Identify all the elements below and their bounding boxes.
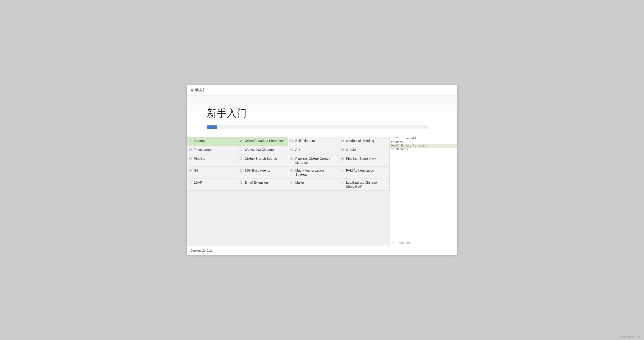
- syncing-status-icon: [188, 157, 192, 160]
- sync-icon: [341, 157, 344, 160]
- install-log-footer: ** - 需要依赖: [390, 240, 457, 246]
- syncing-status-icon: [340, 148, 344, 152]
- circle-icon: [341, 181, 344, 184]
- window-title: 新手入门: [187, 85, 457, 96]
- plugin-cell: Ant: [288, 146, 339, 155]
- sync-icon: [189, 157, 192, 160]
- body-area: FoldersOWASP Markup FormatterBuild Timeo…: [187, 137, 457, 246]
- pending-status-icon: [188, 181, 192, 184]
- plugin-name: Pipeline: [194, 156, 235, 160]
- install-log-panel: ** Ionicons APIFoldersOWASP Markup Forma…: [390, 137, 457, 246]
- version-footer: Jenkins 2.401.2: [187, 246, 457, 255]
- plugin-name: Credentials Binding: [346, 139, 387, 143]
- plugin-name: Pipeline: Stage View: [346, 156, 387, 160]
- plugin-cell: Credentials Binding: [339, 137, 390, 146]
- sync-icon: [341, 139, 344, 142]
- plugin-grid: FoldersOWASP Markup FormatterBuild Timeo…: [187, 137, 390, 246]
- sync-icon: [290, 157, 294, 160]
- plugin-name: Timestamper: [194, 148, 235, 152]
- plugin-cell: Git: [187, 167, 238, 178]
- plugin-name: Ant: [296, 148, 336, 152]
- sync-icon: [290, 139, 294, 142]
- syncing-status-icon: [290, 148, 294, 152]
- sync-icon: [189, 169, 192, 172]
- sync-icon: [239, 157, 242, 160]
- check-icon: [189, 139, 192, 142]
- plugin-name: Localization: Chinese (Simplified): [346, 180, 387, 188]
- plugin-name: Email Extension: [245, 180, 286, 184]
- syncing-status-icon: [290, 139, 294, 142]
- plugin-name: GitHub Branch Source: [245, 156, 286, 160]
- plugin-cell: Pipeline: [187, 155, 238, 167]
- syncing-status-icon: [188, 169, 192, 172]
- syncing-status-icon: [290, 157, 294, 160]
- plugin-name: PAM Authentication: [346, 168, 387, 172]
- svg-point-2: [290, 181, 293, 184]
- plugin-cell: PAM Authentication: [339, 167, 390, 178]
- log-line: Folders: [390, 140, 457, 144]
- plugin-name: LDAP: [194, 180, 235, 184]
- plugin-name: Git: [194, 168, 235, 172]
- syncing-status-icon: [340, 139, 344, 142]
- setup-wizard-window: 新手入门 新手入门 FoldersOWASP Markup FormatterB…: [187, 85, 457, 255]
- pending-status-icon: [340, 169, 344, 172]
- install-log-body: ** Ionicons APIFoldersOWASP Markup Forma…: [390, 137, 457, 240]
- check-icon: [239, 139, 242, 142]
- plugin-name: Matrix Authorization Strategy: [296, 168, 336, 176]
- syncing-status-icon: [239, 169, 243, 172]
- plugin-cell: SSH Build Agents: [238, 167, 288, 178]
- log-line: ** Structs: [390, 148, 457, 151]
- plugin-cell: Folders: [187, 137, 238, 146]
- log-line: ** Ionicons API: [390, 137, 457, 140]
- plugin-name: Folders: [194, 139, 235, 143]
- syncing-status-icon: [188, 148, 192, 152]
- syncing-status-icon: [290, 169, 294, 172]
- sync-icon: [290, 148, 294, 152]
- pending-status-icon: [340, 181, 344, 184]
- success-status-icon: [188, 139, 192, 142]
- pending-status-icon: [290, 181, 294, 184]
- sync-icon: [239, 181, 242, 184]
- page-title: 新手入门: [207, 107, 437, 120]
- sync-icon: [239, 169, 242, 172]
- plugin-cell: Matrix Authorization Strategy: [288, 167, 339, 178]
- plugin-name: Build Timeout: [296, 139, 336, 143]
- install-progressbar: [207, 125, 428, 129]
- svg-point-3: [341, 181, 344, 184]
- plugin-cell: Gradle: [339, 146, 390, 155]
- syncing-status-icon: [239, 181, 243, 184]
- plugin-cell: Email Extension: [238, 179, 288, 190]
- plugin-name: Mailer: [296, 180, 336, 184]
- watermark: CSDN @伟大的小歪: [619, 335, 641, 339]
- svg-point-1: [189, 181, 192, 184]
- sync-icon: [341, 148, 344, 152]
- install-progressbar-fill: [207, 125, 217, 128]
- sync-icon: [189, 148, 192, 152]
- plugin-name: SSH Build Agents: [245, 168, 286, 172]
- plugin-name: Workspace Cleanup: [245, 148, 286, 152]
- circle-icon: [341, 169, 344, 172]
- plugin-name: OWASP Markup Formatter: [245, 139, 286, 143]
- sync-icon: [290, 169, 294, 172]
- syncing-status-icon: [340, 157, 344, 160]
- plugin-cell: Localization: Chinese (Simplified): [339, 179, 390, 190]
- circle-icon: [290, 181, 294, 184]
- sync-icon: [239, 148, 242, 152]
- circle-icon: [189, 181, 192, 184]
- svg-point-0: [341, 169, 344, 172]
- plugin-cell: Timestamper: [187, 146, 238, 155]
- log-line: OWASP Markup Formatter: [390, 144, 457, 148]
- hero-section: 新手入门: [187, 96, 457, 137]
- plugin-name: Gradle: [346, 148, 387, 152]
- plugin-cell: Workspace Cleanup: [238, 146, 288, 155]
- plugin-name: Pipeline: GitHub Groovy Libraries: [296, 156, 336, 165]
- success-status-icon: [239, 139, 243, 142]
- plugin-cell: LDAP: [187, 179, 238, 190]
- plugin-cell: GitHub Branch Source: [238, 155, 288, 167]
- plugin-cell: Pipeline: GitHub Groovy Libraries: [288, 155, 339, 167]
- syncing-status-icon: [239, 157, 243, 160]
- syncing-status-icon: [239, 148, 243, 152]
- plugin-cell: Mailer: [288, 179, 339, 190]
- plugin-cell: OWASP Markup Formatter: [238, 137, 288, 146]
- plugin-cell: Pipeline: Stage View: [339, 155, 390, 167]
